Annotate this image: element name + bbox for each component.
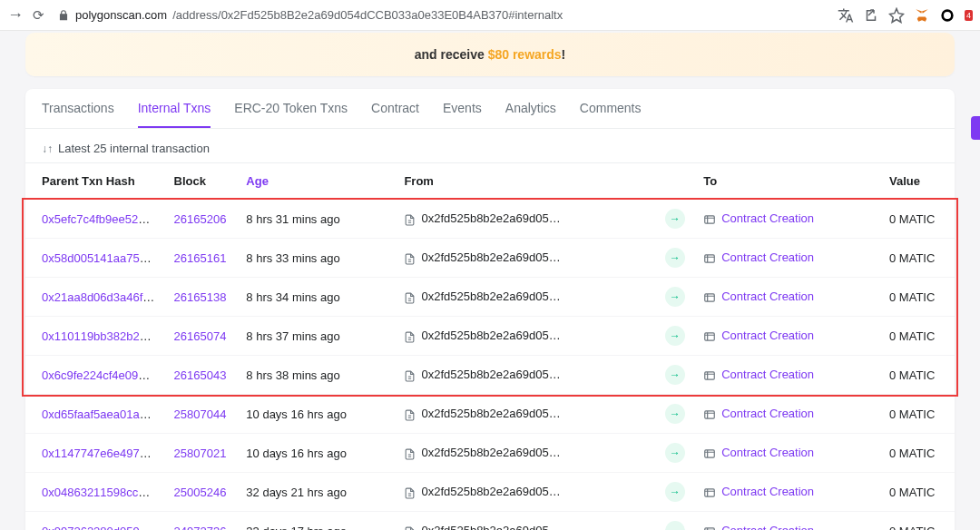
arrow-icon: → [665,365,685,385]
file-icon [404,487,416,499]
age-cell: 8 hrs 34 mins ago [237,278,395,317]
value-cell: 0 MATIC [880,356,955,395]
th-to[interactable]: To [694,163,880,200]
value-cell: 0 MATIC [880,317,955,356]
tab-erc-20-token-txns[interactable]: ERC-20 Token Txns [234,89,348,128]
svg-rect-2 [705,255,715,262]
arrow-icon: → [665,248,685,268]
forward-icon[interactable]: → [7,5,24,25]
file-icon [404,214,416,226]
svg-rect-4 [705,333,715,340]
tab-transactions[interactable]: Transactions [42,89,114,128]
block-link[interactable]: 26165074 [174,329,227,343]
age-cell: 10 days 16 hrs ago [237,395,395,434]
table-row: 0x21aa8d06d3a46f01ef3…261651388 hrs 34 m… [25,278,955,317]
block-link[interactable]: 26165043 [174,368,227,382]
arrow-icon: → [665,287,685,307]
circle-icon[interactable] [939,7,956,24]
th-block[interactable]: Block [165,163,238,200]
txn-hash-link[interactable]: 0x1147747e6e49702652… [42,447,165,460]
arrow-icon: → [665,404,685,424]
txn-hash-link[interactable]: 0x58d005141aa75ef932… [42,251,165,265]
contract-icon [703,213,716,226]
url-host: polygonscan.com [75,8,167,22]
star-icon[interactable] [888,7,905,24]
table-row: 0x997262280d059ae685…2497273633 days 17 … [25,512,955,531]
file-icon [404,370,416,382]
block-link[interactable]: 25807021 [174,447,227,460]
block-link[interactable]: 26165161 [174,251,227,265]
value-cell: 0 MATIC [880,200,955,239]
to-link[interactable]: Contract Creation [721,485,814,498]
block-link[interactable]: 26165138 [174,290,227,304]
to-link[interactable]: Contract Creation [721,290,814,303]
contract-icon [703,252,716,265]
from-cell: 0x2fd525b8b2e2a69d05… [395,512,655,531]
th-arrow [655,163,694,200]
th-age[interactable]: Age [237,163,395,200]
block-link[interactable]: 25807044 [174,407,227,421]
internal-txns-table: Parent Txn Hash Block Age From To Value … [25,162,955,530]
txn-hash-link[interactable]: 0x997262280d059ae685… [42,525,165,531]
age-cell: 8 hrs 37 mins ago [237,317,395,356]
tab-events[interactable]: Events [443,89,482,128]
age-cell: 8 hrs 33 mins ago [237,239,395,278]
from-address[interactable]: 0x2fd525b8b2e2a69d05… [421,485,560,498]
file-icon [404,331,416,343]
browser-address-bar: → ⟳ polygonscan.com/address/0x2Fd525b8B2… [0,0,980,31]
tab-comments[interactable]: Comments [580,89,642,128]
from-cell: 0x2fd525b8b2e2a69d05… [395,200,655,239]
from-address[interactable]: 0x2fd525b8b2e2a69d05… [421,290,560,303]
age-cell: 32 days 21 hrs ago [237,473,395,512]
txn-hash-link[interactable]: 0x21aa8d06d3a46f01ef3… [42,290,165,304]
block-link[interactable]: 26165206 [174,212,227,226]
from-address[interactable]: 0x2fd525b8b2e2a69d05… [421,250,560,264]
url-box[interactable]: polygonscan.com/address/0x2Fd525b8B2e2a6… [54,8,566,22]
sort-icon[interactable]: ↓↑ [42,142,53,155]
from-address[interactable]: 0x2fd525b8b2e2a69d05… [421,211,560,225]
to-link[interactable]: Contract Creation [721,211,814,225]
th-value[interactable]: Value [880,163,955,200]
share-icon[interactable] [863,7,879,24]
txn-hash-link[interactable]: 0xd65faaf5aea01aec7ec… [42,407,165,421]
from-address[interactable]: 0x2fd525b8b2e2a69d05… [421,407,560,420]
svg-rect-1 [705,216,715,223]
to-link[interactable]: Contract Creation [721,368,814,381]
txn-hash-link[interactable]: 0x04863211598cc4c0b0… [42,486,165,499]
to-link[interactable]: Contract Creation [721,407,814,420]
block-link[interactable]: 24972736 [174,525,227,531]
banner-text: and receive $80 rewards! [415,47,566,62]
from-address[interactable]: 0x2fd525b8b2e2a69d05… [421,329,560,342]
th-hash[interactable]: Parent Txn Hash [25,163,165,200]
promo-banner[interactable]: and receive $80 rewards! [25,33,955,76]
feedback-pill[interactable] [971,116,980,140]
reload-icon[interactable]: ⟳ [33,7,44,24]
txn-hash-link[interactable]: 0x6c9fe224cf4e09d436d… [42,368,165,382]
value-cell: 0 MATIC [880,512,955,531]
to-link[interactable]: Contract Creation [721,329,814,342]
from-cell: 0x2fd525b8b2e2a69d05… [395,356,655,395]
to-link[interactable]: Contract Creation [721,524,814,530]
metamask-icon[interactable] [914,7,930,24]
svg-rect-7 [705,450,715,457]
tab-analytics[interactable]: Analytics [505,89,556,128]
txn-hash-link[interactable]: 0x110119bb382b2daf861… [42,329,165,343]
from-address[interactable]: 0x2fd525b8b2e2a69d05… [421,446,560,459]
from-address[interactable]: 0x2fd525b8b2e2a69d05… [421,524,560,530]
tab-contract[interactable]: Contract [371,89,419,128]
contract-icon [703,330,716,343]
tab-internal-txns[interactable]: Internal Txns [138,89,211,128]
block-link[interactable]: 25005246 [174,486,227,499]
file-icon [404,292,416,304]
table-row: 0xd65faaf5aea01aec7ec…2580704410 days 16… [25,395,955,434]
from-cell: 0x2fd525b8b2e2a69d05… [395,239,655,278]
extension-badge[interactable]: 4 [965,10,973,21]
translate-icon[interactable] [838,7,854,24]
th-from[interactable]: From [395,163,655,200]
txn-hash-link[interactable]: 0x5efc7c4fb9ee52098cf0… [42,212,165,226]
contract-icon [703,486,716,499]
to-link[interactable]: Contract Creation [721,446,814,459]
to-link[interactable]: Contract Creation [721,250,814,264]
from-cell: 0x2fd525b8b2e2a69d05… [395,473,655,512]
from-address[interactable]: 0x2fd525b8b2e2a69d05… [421,368,560,381]
